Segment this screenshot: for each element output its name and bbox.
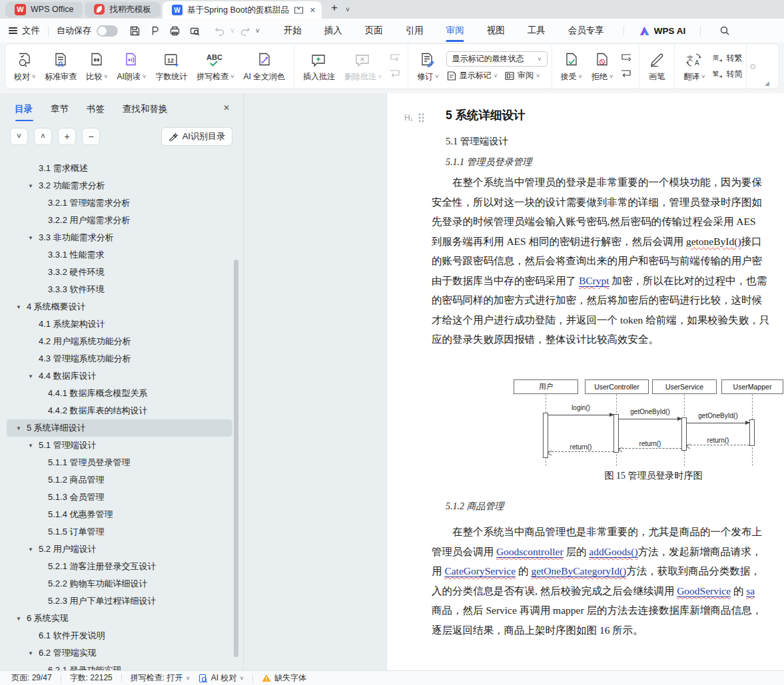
toc-item[interactable]: ▼ 5.1 管理端设计 <box>7 437 232 454</box>
autosave-toggle[interactable] <box>97 25 118 37</box>
toc-item[interactable]: ▼ 3.2.2 用户端需求分析 <box>7 212 232 229</box>
toc-item[interactable]: ▼ 4.3 管理端系统功能分析 <box>7 350 232 367</box>
toc-item[interactable]: ▼ 5.1.4 优惠券管理 <box>7 506 232 523</box>
reject-button[interactable]: 拒绝˅ <box>587 48 617 85</box>
undo-button[interactable] <box>211 22 228 39</box>
save-button[interactable] <box>126 22 143 39</box>
proofread-button[interactable]: 校对˅ <box>9 48 40 85</box>
toc-item[interactable]: ▼ 5.2.2 购物车功能详细设计 <box>7 575 232 592</box>
toc-caret-icon[interactable]: ▼ <box>28 373 39 379</box>
compare-button[interactable]: 比较˅ <box>81 48 112 85</box>
tab-document[interactable]: W 基于Spring Boot的蛋糕甜品 ✕ <box>163 1 322 19</box>
ai-read-button[interactable]: AI朗读˅ <box>113 48 151 85</box>
undo-chevron-icon[interactable]: ˅ <box>230 27 234 35</box>
traditional-to-simplified-button[interactable]: 繁 转简 <box>712 69 742 80</box>
toc-zoom-out-button[interactable]: − <box>82 128 100 145</box>
markup-state-select[interactable]: 显示标记的最终状态 ˅ <box>446 51 548 67</box>
toc-item[interactable]: ▼ 4.2 用户端系统功能分析 <box>7 333 232 350</box>
menu-tab[interactable]: 页面 <box>354 19 394 43</box>
toc-item[interactable]: ▼ 3.3.1 性能需求 <box>7 246 232 264</box>
search-button[interactable] <box>715 22 734 39</box>
document-page[interactable]: H₁ 5 系统详细设计 5.1 管理端设计 5.1.1 管理员登录管理 在整个系… <box>386 93 784 670</box>
toc-expand-button[interactable]: ˅ <box>10 128 28 145</box>
toc-collapse-button[interactable]: ˄ <box>34 128 52 145</box>
track-changes-button[interactable]: 修订˅ <box>412 48 443 85</box>
toc-caret-icon[interactable]: ▼ <box>28 443 39 449</box>
redo-button[interactable] <box>236 22 254 39</box>
menu-tab[interactable]: 插入 <box>313 19 354 43</box>
toc-item[interactable]: ▼ 6.2 管理端实现 <box>7 644 232 662</box>
toc-item[interactable]: ▼ 5.1.3 会员管理 <box>7 489 232 506</box>
toc-caret-icon[interactable]: ▼ <box>28 183 39 189</box>
show-markup-button[interactable]: 显示标记 ˅ <box>446 70 498 81</box>
translate-button[interactable]: 文A 翻译˅ <box>679 48 709 85</box>
sidebar-tab[interactable]: 查找和替换 <box>123 103 168 121</box>
toc-item[interactable]: ▼ 3.3.2 硬件环境 <box>7 264 232 281</box>
session-icon[interactable] <box>294 6 304 15</box>
ai-proofread-button[interactable]: AI 校对 ˅ <box>198 672 244 684</box>
toc-caret-icon[interactable]: ▼ <box>16 425 27 431</box>
pen-button[interactable]: 画笔 <box>643 48 670 85</box>
tab-list-chevron-icon[interactable]: ˅ <box>346 5 350 13</box>
insert-comment-button[interactable]: 插入批注 <box>298 48 340 85</box>
sidebar-tab[interactable]: 目录 <box>15 103 33 121</box>
menu-tab[interactable]: 工具 <box>516 19 557 43</box>
sidebar-close-icon[interactable]: ✕ <box>223 103 230 118</box>
previous-comment-button[interactable] <box>388 53 402 63</box>
toc-item[interactable]: ▼ 4.4 数据库设计 <box>7 367 232 385</box>
toc-item[interactable]: ▼ 5.2.3 用户下单过程详细设计 <box>7 592 232 610</box>
spell-check-button[interactable]: ABC 拼写检查˅ <box>192 48 238 85</box>
toc-item[interactable]: ▼ 4.4.2 数据库表的结构设计 <box>7 402 232 419</box>
toc-item[interactable]: ▼ 4.4.1 数据库概念模型关系 <box>7 385 232 402</box>
toc-item[interactable]: ▼ 3.2 功能需求分析 <box>7 177 232 194</box>
print-preview-button[interactable] <box>186 22 203 39</box>
menu-tab[interactable]: 审阅 <box>435 19 476 43</box>
toc-item[interactable]: ▼ 4 系统概要设计 <box>7 298 232 316</box>
sidebar-tab[interactable]: 章节 <box>51 103 69 121</box>
menu-tab[interactable]: 视图 <box>476 19 516 43</box>
quick-access-chevron-icon[interactable]: ˅ <box>256 27 260 35</box>
toc-item[interactable]: ▼ 3.3 非功能需求分析 <box>7 229 232 246</box>
missing-font-warning[interactable]: 缺失字体 <box>262 672 306 684</box>
toc-caret-icon[interactable]: ▼ <box>28 650 39 656</box>
delete-comment-button[interactable]: 删除批注˅ <box>340 48 386 85</box>
menu-tab[interactable]: 会员专享 <box>557 19 615 43</box>
toc-item[interactable]: ▼ 3.2.1 管理端需求分析 <box>7 194 232 212</box>
next-change-button[interactable] <box>619 69 633 79</box>
menu-tab[interactable]: 开始 <box>272 19 313 43</box>
file-menu-button[interactable]: 文件 <box>9 25 40 37</box>
ai-polish-button[interactable]: AI 全文润色 <box>238 48 290 85</box>
next-comment-button[interactable] <box>388 69 402 79</box>
toc-caret-icon[interactable]: ▼ <box>16 304 27 310</box>
sidebar-scrollbar[interactable] <box>234 260 238 657</box>
toc-item[interactable]: ▼ 5.1.2 商品管理 <box>7 471 232 489</box>
toc-item[interactable]: ▼ 3.1 需求概述 <box>7 160 232 177</box>
review-pane-button[interactable]: 审阅 ˅ <box>504 70 540 81</box>
spellcheck-status[interactable]: 拼写检查: 打开 ˅ <box>131 672 190 684</box>
accept-button[interactable]: 接受˅ <box>556 48 587 85</box>
word-count-button[interactable]: 12 字数统计 <box>151 48 192 85</box>
wps-ai-button[interactable]: WPS AI <box>639 26 686 36</box>
tab-wps-home[interactable]: W WPS Office <box>5 2 83 17</box>
toc-item[interactable]: ▼ 3.3.3 软件环境 <box>7 281 232 298</box>
export-pdf-button[interactable] <box>146 22 163 39</box>
toc-item[interactable]: ▼ 5.2.1 游客注册登录交互设计 <box>7 558 232 575</box>
toc-caret-icon[interactable]: ▼ <box>16 616 27 622</box>
simplified-to-traditional-button[interactable]: 简 转繁 <box>712 53 742 64</box>
toc-caret-icon[interactable]: ▼ <box>28 235 39 241</box>
ai-recognize-toc-button[interactable]: AI识别目录 <box>161 127 232 146</box>
toc-item[interactable]: ▼ 5.2 用户端设计 <box>7 541 232 558</box>
previous-change-button[interactable] <box>619 53 633 63</box>
standard-review-button[interactable]: 标准审查 <box>40 48 81 85</box>
dialog-launcher-icon[interactable]: ◢ <box>765 80 769 87</box>
toc-item[interactable]: ▼ 5.1.1 管理员登录管理 <box>7 454 232 471</box>
toc-item[interactable]: ▼ 6.2.1 登录功能实现 <box>7 662 232 670</box>
toc-item[interactable]: ▼ 5.1.5 订单管理 <box>7 523 232 541</box>
heading-level-handle[interactable]: H₁ <box>404 113 425 123</box>
menu-tab[interactable]: 引用 <box>394 19 435 43</box>
toc-item[interactable]: ▼ 6.1 软件开发说明 <box>7 627 232 644</box>
toc-item[interactable]: ▼ 6 系统实现 <box>7 610 232 627</box>
toc-zoom-in-button[interactable]: + <box>58 128 76 145</box>
toc-item[interactable]: ▼ 5 系统详细设计 <box>7 419 232 437</box>
tab-docer-templates[interactable]: 找稻壳模板 <box>85 2 161 17</box>
